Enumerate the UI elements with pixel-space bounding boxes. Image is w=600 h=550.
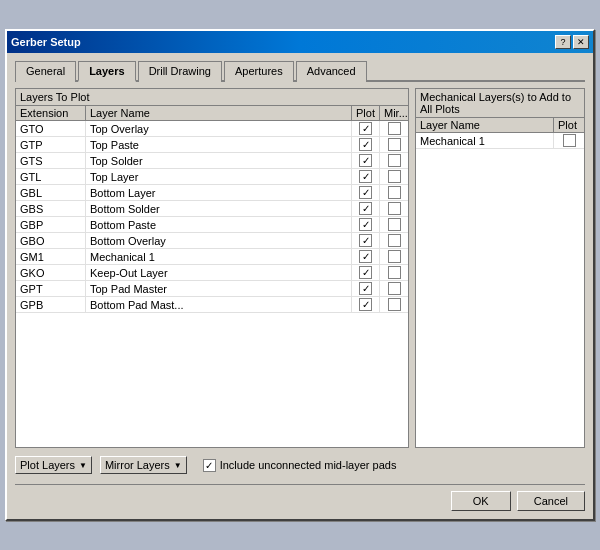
- ext-cell: GTL: [16, 169, 86, 184]
- ext-cell: GBL: [16, 185, 86, 200]
- col-extension: Extension: [16, 106, 86, 120]
- ext-cell: GBP: [16, 217, 86, 232]
- mirror-cell[interactable]: [380, 153, 408, 168]
- mirror-checkbox[interactable]: [388, 250, 401, 263]
- table-row: GTL Top Layer: [16, 169, 408, 185]
- plot-cell[interactable]: [352, 201, 380, 216]
- name-cell: Bottom Pad Mast...: [86, 297, 352, 312]
- plot-layers-label: Plot Layers: [20, 459, 75, 471]
- mirror-cell[interactable]: [380, 233, 408, 248]
- mirror-checkbox[interactable]: [388, 154, 401, 167]
- mirror-checkbox[interactable]: [388, 298, 401, 311]
- ext-cell: GPT: [16, 281, 86, 296]
- mirror-checkbox[interactable]: [388, 282, 401, 295]
- ext-cell: GPB: [16, 297, 86, 312]
- mirror-cell[interactable]: [380, 281, 408, 296]
- main-area: Layers To Plot Extension Layer Name Plot…: [15, 88, 585, 448]
- plot-cell[interactable]: [352, 153, 380, 168]
- plot-checkbox[interactable]: [359, 122, 372, 135]
- help-button[interactable]: ?: [555, 35, 571, 49]
- name-cell: Top Overlay: [86, 121, 352, 136]
- plot-cell[interactable]: [352, 217, 380, 232]
- include-unconnected-checkbox[interactable]: [203, 459, 216, 472]
- plot-cell[interactable]: [352, 169, 380, 184]
- plot-cell[interactable]: [352, 233, 380, 248]
- ext-cell: GTS: [16, 153, 86, 168]
- col-mirror: Mir...: [380, 106, 408, 120]
- mirror-checkbox[interactable]: [388, 186, 401, 199]
- plot-checkbox[interactable]: [359, 202, 372, 215]
- mirror-cell[interactable]: [380, 169, 408, 184]
- name-cell: Keep-Out Layer: [86, 265, 352, 280]
- table-row: GBP Bottom Paste: [16, 217, 408, 233]
- ext-cell: GBO: [16, 233, 86, 248]
- plot-checkbox[interactable]: [359, 138, 372, 151]
- tab-drill-drawing[interactable]: Drill Drawing: [138, 61, 222, 82]
- mirror-cell[interactable]: [380, 265, 408, 280]
- table-row: GTP Top Paste: [16, 137, 408, 153]
- plot-layers-arrow-icon: ▼: [79, 461, 87, 470]
- plot-checkbox[interactable]: [359, 154, 372, 167]
- mirror-cell[interactable]: [380, 121, 408, 136]
- mech-col-plot: Plot: [554, 118, 584, 132]
- plot-cell[interactable]: [352, 121, 380, 136]
- ext-cell: GM1: [16, 249, 86, 264]
- ext-cell: GTP: [16, 137, 86, 152]
- tab-advanced[interactable]: Advanced: [296, 61, 367, 82]
- plot-cell[interactable]: [352, 137, 380, 152]
- plot-checkbox[interactable]: [359, 250, 372, 263]
- mirror-cell[interactable]: [380, 185, 408, 200]
- mirror-checkbox[interactable]: [388, 170, 401, 183]
- tab-general[interactable]: General: [15, 61, 76, 82]
- mech-plot-cell[interactable]: [554, 133, 584, 148]
- mirror-checkbox[interactable]: [388, 234, 401, 247]
- col-plot: Plot: [352, 106, 380, 120]
- name-cell: Bottom Paste: [86, 217, 352, 232]
- layers-panel-title: Layers To Plot: [16, 89, 408, 105]
- name-cell: Bottom Layer: [86, 185, 352, 200]
- mirror-cell[interactable]: [380, 249, 408, 264]
- mech-plot-checkbox[interactable]: [563, 134, 576, 147]
- plot-checkbox[interactable]: [359, 218, 372, 231]
- table-row: GPB Bottom Pad Mast...: [16, 297, 408, 313]
- mirror-checkbox[interactable]: [388, 266, 401, 279]
- mirror-layers-button[interactable]: Mirror Layers ▼: [100, 456, 187, 474]
- mirror-checkbox[interactable]: [388, 138, 401, 151]
- plot-checkbox[interactable]: [359, 298, 372, 311]
- plot-checkbox[interactable]: [359, 170, 372, 183]
- tab-layers[interactable]: Layers: [78, 61, 135, 82]
- plot-cell[interactable]: [352, 249, 380, 264]
- mirror-cell[interactable]: [380, 137, 408, 152]
- plot-cell[interactable]: [352, 265, 380, 280]
- mech-table-body: Mechanical 1: [416, 133, 584, 149]
- plot-layers-button[interactable]: Plot Layers ▼: [15, 456, 92, 474]
- plot-cell[interactable]: [352, 297, 380, 312]
- mirror-checkbox[interactable]: [388, 122, 401, 135]
- mirror-cell[interactable]: [380, 201, 408, 216]
- mech-panel-title: Mechanical Layers(s) to Add to All Plots: [416, 89, 584, 117]
- plot-checkbox[interactable]: [359, 266, 372, 279]
- mirror-cell[interactable]: [380, 297, 408, 312]
- plot-cell[interactable]: [352, 185, 380, 200]
- col-layer-name: Layer Name: [86, 106, 352, 120]
- layers-to-plot-panel: Layers To Plot Extension Layer Name Plot…: [15, 88, 409, 448]
- mech-name-cell: Mechanical 1: [416, 133, 554, 148]
- ext-cell: GTO: [16, 121, 86, 136]
- tab-bar: General Layers Drill Drawing Apertures A…: [15, 59, 585, 82]
- mirror-cell[interactable]: [380, 217, 408, 232]
- plot-checkbox[interactable]: [359, 282, 372, 295]
- name-cell: Mechanical 1: [86, 249, 352, 264]
- bottom-bar: Plot Layers ▼ Mirror Layers ▼ Include un…: [15, 456, 585, 474]
- name-cell: Top Layer: [86, 169, 352, 184]
- cancel-button[interactable]: Cancel: [517, 491, 585, 511]
- mech-table-row: Mechanical 1: [416, 133, 584, 149]
- ok-button[interactable]: OK: [451, 491, 511, 511]
- close-button[interactable]: ✕: [573, 35, 589, 49]
- plot-cell[interactable]: [352, 281, 380, 296]
- tab-apertures[interactable]: Apertures: [224, 61, 294, 82]
- name-cell: Top Pad Master: [86, 281, 352, 296]
- plot-checkbox[interactable]: [359, 234, 372, 247]
- mirror-checkbox[interactable]: [388, 218, 401, 231]
- mirror-checkbox[interactable]: [388, 202, 401, 215]
- plot-checkbox[interactable]: [359, 186, 372, 199]
